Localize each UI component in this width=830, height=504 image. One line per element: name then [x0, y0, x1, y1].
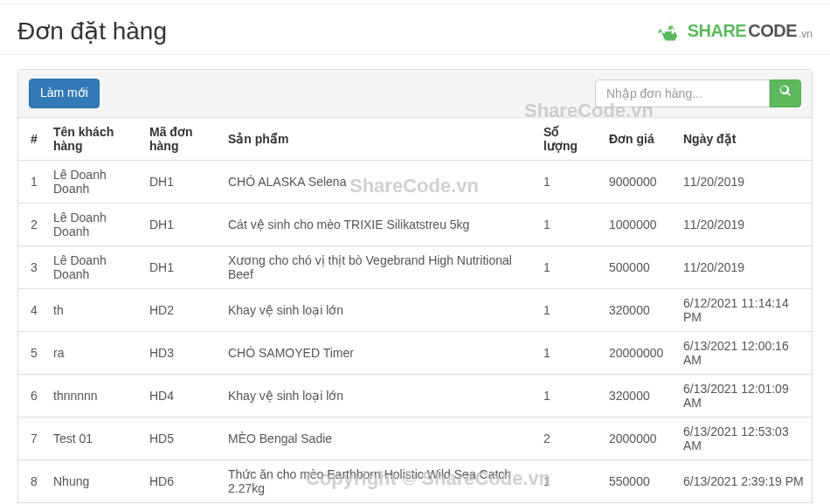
cell-date: 6/13/2021 2:39:19 PM — [676, 459, 812, 502]
col-idx: # — [18, 118, 46, 161]
cell-customer: Nhung — [46, 459, 142, 502]
col-date: Ngày đặt — [676, 118, 812, 161]
table-row: 8NhungHD6Thức ăn cho mèo Earthborn Holis… — [18, 459, 812, 502]
cell-order_code: HD2 — [142, 288, 221, 331]
cell-date: 11/20/2019 — [676, 203, 812, 245]
cell-qty: 1 — [536, 459, 602, 502]
cell-order_code: HD6 — [142, 459, 221, 502]
cell-date: 6/12/2021 11:14:14 PM — [676, 288, 812, 331]
cell-order_code: DH1 — [142, 203, 221, 245]
cell-idx: 6 — [18, 374, 46, 417]
cell-order_code: DH1 — [142, 245, 221, 288]
cell-product: CHÓ SAMOYED Timer — [221, 331, 536, 374]
cell-product: Xương cho chó vị thịt bò Vegebrand High … — [221, 245, 536, 288]
cell-order_code: DH1 — [142, 160, 221, 203]
table-row: 5raHD3CHÓ SAMOYED Timer1200000006/13/202… — [18, 331, 812, 374]
table-row: 7Test 01HD5MÈO Bengal Sadie220000006/13/… — [18, 417, 812, 459]
table-header-row: # Tên khách hàng Mã đơn hàng Sản phẩm Số… — [18, 118, 812, 161]
cell-price: 500000 — [602, 245, 676, 288]
cell-product: Khay vệ sinh loại lớn — [221, 288, 536, 331]
orders-panel: Làm mới # Tên khách hàng Mã đơn hàng Sản… — [17, 69, 813, 504]
cell-customer: Lê Doanh Doanh — [46, 203, 142, 245]
cell-date: 6/13/2021 12:53:03 AM — [676, 417, 812, 459]
cell-product: Cát vệ sinh cho mèo TRIXIE Silikatstreu … — [221, 203, 536, 245]
logo-text-vn: .vn — [799, 28, 813, 40]
cell-customer: Lê Doanh Doanh — [46, 245, 142, 288]
panel-toolbar: Làm mới — [18, 70, 812, 118]
cell-price: 320000 — [602, 288, 676, 331]
cell-qty: 1 — [536, 245, 602, 288]
refresh-button[interactable]: Làm mới — [29, 79, 100, 108]
cell-date: 11/20/2019 — [676, 245, 812, 288]
cell-order_code: HD3 — [142, 331, 221, 374]
cell-qty: 1 — [536, 203, 602, 245]
cell-qty: 1 — [536, 331, 602, 374]
cell-product: CHÓ ALASKA Selena — [221, 160, 536, 203]
cell-idx: 2 — [18, 203, 46, 245]
col-price: Đơn giá — [602, 118, 676, 161]
search-icon — [779, 85, 792, 102]
cell-order_code: HD5 — [142, 417, 221, 459]
search-button[interactable] — [770, 79, 801, 107]
table-row: 3Lê Doanh DoanhDH1Xương cho chó vị thịt … — [18, 245, 812, 288]
col-order-code: Mã đơn hàng — [142, 118, 221, 161]
page-header: Đơn đặt hàng SHARE CODE .vn — [0, 3, 830, 55]
search-group — [595, 79, 801, 107]
cell-order_code: HD4 — [142, 374, 221, 417]
brand-logo: SHARE CODE .vn — [658, 19, 813, 44]
cell-price: 20000000 — [602, 331, 676, 374]
cell-idx: 5 — [18, 331, 46, 374]
cell-qty: 1 — [536, 160, 602, 203]
page-title: Đơn đặt hàng — [17, 17, 167, 45]
search-input[interactable] — [595, 79, 770, 107]
cell-idx: 4 — [18, 288, 46, 331]
cell-date: 11/20/2019 — [676, 160, 812, 203]
logo-text-code: CODE — [748, 21, 797, 41]
recycle-icon — [658, 19, 682, 44]
cell-qty: 1 — [536, 288, 602, 331]
cell-idx: 1 — [18, 160, 46, 203]
cell-customer: Test 01 — [46, 417, 142, 459]
cell-idx: 3 — [18, 245, 46, 288]
table-row: 6thnnnnnHD4Khay vệ sinh loại lớn13200006… — [18, 374, 812, 417]
cell-customer: th — [46, 288, 142, 331]
logo-text-share: SHARE — [688, 21, 747, 41]
cell-qty: 2 — [536, 417, 602, 459]
cell-price: 550000 — [602, 459, 676, 502]
cell-price: 1000000 — [602, 203, 676, 245]
col-customer: Tên khách hàng — [46, 118, 142, 161]
cell-idx: 8 — [18, 459, 46, 502]
cell-date: 6/13/2021 12:00:16 AM — [676, 331, 812, 374]
cell-qty: 1 — [536, 374, 602, 417]
table-row: 2Lê Doanh DoanhDH1Cát vệ sinh cho mèo TR… — [18, 203, 812, 245]
orders-table: # Tên khách hàng Mã đơn hàng Sản phẩm Số… — [18, 118, 812, 504]
cell-customer: ra — [46, 331, 142, 374]
col-product: Sản phẩm — [221, 118, 536, 161]
cell-price: 2000000 — [602, 417, 676, 459]
table-row: 4thHD2Khay vệ sinh loại lớn13200006/12/2… — [18, 288, 812, 331]
cell-product: MÈO Bengal Sadie — [221, 417, 536, 459]
table-row: 1Lê Doanh DoanhDH1CHÓ ALASKA Selena19000… — [18, 160, 812, 203]
cell-date: 6/13/2021 12:01:09 AM — [676, 374, 812, 417]
cell-price: 320000 — [602, 374, 676, 417]
cell-idx: 7 — [18, 417, 46, 459]
cell-price: 9000000 — [602, 160, 676, 203]
cell-product: Thức ăn cho mèo Earthborn Holistic Wild … — [221, 459, 536, 502]
cell-customer: thnnnnn — [46, 374, 142, 417]
col-qty: Số lượng — [536, 118, 602, 161]
cell-customer: Lê Doanh Doanh — [46, 160, 142, 203]
cell-product: Khay vệ sinh loại lớn — [221, 374, 536, 417]
